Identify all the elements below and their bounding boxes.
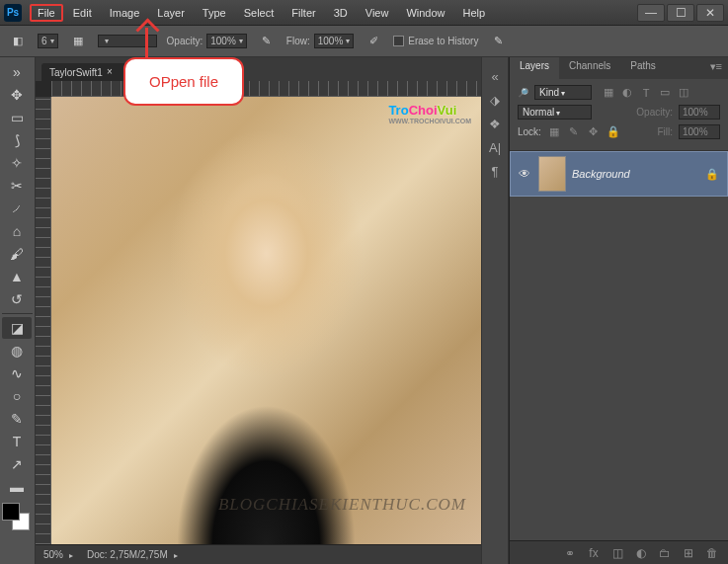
filter-shape-icon[interactable]: ▭ (658, 86, 672, 100)
visibility-eye-icon[interactable]: 👁 (519, 167, 532, 181)
dock-character-icon[interactable]: A| (484, 136, 506, 158)
fill-label: Fill: (657, 126, 673, 137)
new-layer-icon[interactable]: ⊞ (681, 545, 696, 561)
zoom-level[interactable]: 50% (43, 549, 73, 560)
chevron-toggle-icon[interactable]: » (2, 61, 32, 83)
layer-mask-icon[interactable]: ◫ (609, 545, 625, 561)
dock-icon-2[interactable]: ❖ (484, 113, 506, 134)
lock-transparent-icon[interactable]: ▦ (547, 125, 561, 139)
tab-layers[interactable]: Layers (510, 57, 559, 79)
close-tab-icon[interactable]: × (107, 66, 119, 78)
brush-size-dropdown[interactable]: 6 (38, 34, 58, 48)
menu-type[interactable]: Type (195, 4, 234, 22)
path-tool-icon[interactable]: ↗ (2, 453, 32, 475)
gradient-tool-icon[interactable]: ◍ (2, 340, 32, 362)
menu-window[interactable]: Window (398, 4, 452, 22)
tools-panel: » ✥ ▭ ⟆ ✧ ✂ ⟋ ⌂ 🖌 ▲ ↺ ◪ ◍ ∿ ○ ✎ T ↗ ▬ (0, 57, 36, 564)
status-bar: 50% Doc: 2,75M/2,75M (36, 544, 481, 564)
layer-style-icon[interactable]: fx (586, 545, 602, 561)
layer-opacity-label: Opacity: (636, 107, 673, 118)
menu-image[interactable]: Image (102, 4, 148, 22)
menu-3d[interactable]: 3D (326, 4, 356, 22)
flow-field[interactable]: 100% (314, 34, 355, 48)
marquee-tool-icon[interactable]: ▭ (2, 107, 32, 128)
delete-layer-icon[interactable]: 🗑 (704, 545, 720, 561)
ruler-horizontal[interactable] (51, 81, 481, 97)
blend-mode-dropdown[interactable]: Normal (518, 105, 592, 120)
crop-tool-icon[interactable]: ✂ (2, 175, 32, 197)
canvas-body: TroChoiVui WWW.TROCHOIVUI.COM BLOGCHIASE… (36, 97, 481, 544)
chevron-collapse-icon[interactable]: « (484, 65, 506, 87)
app-logo: Ps (4, 4, 22, 22)
lock-all-icon[interactable]: 🔒 (607, 125, 620, 139)
menu-select[interactable]: Select (236, 4, 283, 22)
blur-tool-icon[interactable]: ∿ (2, 363, 32, 384)
layer-thumbnail[interactable] (538, 156, 566, 192)
annotation-callout: OPpen file (123, 57, 244, 106)
menu-file[interactable]: File (30, 4, 63, 22)
dock-paragraph-icon[interactable]: ¶ (484, 160, 506, 182)
brush-tool-icon[interactable]: 🖌 (2, 243, 32, 265)
watermark-top: TroChoiVui WWW.TROCHOIVUI.COM (388, 103, 471, 124)
menu-view[interactable]: View (358, 4, 397, 22)
filter-pixel-icon[interactable]: ▦ (602, 86, 615, 100)
main-area: » ✥ ▭ ⟆ ✧ ✂ ⟋ ⌂ 🖌 ▲ ↺ ◪ ◍ ∿ ○ ✎ T ↗ ▬ Ta… (0, 57, 728, 564)
canvas-area: TaylorSwift1 × TroChoiVui WWW.TROCHOIVUI… (36, 57, 481, 564)
document-tab[interactable]: TaylorSwift1 × (41, 63, 126, 81)
history-brush-tool-icon[interactable]: ↺ (2, 288, 32, 310)
filter-type-icon[interactable]: T (639, 86, 653, 100)
link-layers-icon[interactable]: ⚭ (562, 545, 578, 561)
filter-kind-dropdown[interactable]: Kind (534, 85, 592, 100)
panel-menu-icon[interactable]: ▾≡ (704, 57, 728, 79)
new-group-icon[interactable]: 🗀 (657, 545, 673, 561)
shape-tool-icon[interactable]: ▬ (2, 476, 32, 498)
tab-paths[interactable]: Paths (620, 57, 666, 79)
fill-field[interactable]: 100% (679, 124, 720, 139)
lock-pixels-icon[interactable]: ✎ (567, 125, 581, 139)
tablet-opacity-icon[interactable]: ✎ (257, 32, 277, 51)
foreground-color-swatch[interactable] (2, 503, 20, 521)
opacity-field[interactable]: 100% (206, 34, 247, 48)
tool-preset-icon[interactable]: ◧ (8, 32, 28, 51)
filter-adjustment-icon[interactable]: ◐ (620, 86, 634, 100)
move-tool-icon[interactable]: ✥ (2, 84, 32, 106)
pen-tool-icon[interactable]: ✎ (2, 408, 32, 430)
layer-row[interactable]: 👁 Background 🔒 (510, 151, 728, 197)
lasso-tool-icon[interactable]: ⟆ (2, 129, 32, 151)
adjustment-layer-icon[interactable]: ◐ (633, 545, 649, 561)
lock-label: Lock: (518, 126, 541, 137)
heal-tool-icon[interactable]: ⌂ (2, 220, 32, 242)
type-tool-icon[interactable]: T (2, 431, 32, 452)
eyedropper-tool-icon[interactable]: ⟋ (2, 198, 32, 219)
close-button[interactable]: ✕ (696, 4, 724, 22)
brush-panel-toggle-icon[interactable]: ▦ (68, 32, 88, 51)
eraser-tool-icon[interactable]: ◪ (2, 317, 32, 339)
filter-smart-icon[interactable]: ◫ (677, 86, 690, 100)
document-tab-title: TaylorSwift1 (49, 67, 103, 78)
lock-position-icon[interactable]: ✥ (587, 125, 601, 139)
color-swatches[interactable] (2, 503, 30, 530)
layer-name[interactable]: Background (572, 168, 699, 180)
ruler-vertical[interactable] (36, 97, 51, 544)
window-controls: — ☐ ✕ (637, 4, 724, 22)
maximize-button[interactable]: ☐ (667, 4, 694, 22)
minimize-button[interactable]: — (637, 4, 665, 22)
menu-filter[interactable]: Filter (283, 4, 323, 22)
stamp-tool-icon[interactable]: ▲ (2, 266, 32, 287)
erase-history-checkbox[interactable] (393, 36, 404, 46)
canvas-viewport[interactable]: TroChoiVui WWW.TROCHOIVUI.COM BLOGCHIASE… (51, 97, 481, 544)
menu-layer[interactable]: Layer (149, 4, 193, 22)
wand-tool-icon[interactable]: ✧ (2, 152, 32, 174)
menu-help[interactable]: Help (455, 4, 494, 22)
doc-size-info[interactable]: Doc: 2,75M/2,75M (87, 549, 178, 560)
layer-filter-section: 🔎 Kind ▦ ◐ T ▭ ◫ Normal Opacity: 100% Lo… (510, 79, 728, 151)
document-image[interactable]: TroChoiVui WWW.TROCHOIVUI.COM BLOGCHIASE… (51, 97, 481, 544)
tablet-size-icon[interactable]: ✎ (488, 32, 508, 51)
dock-icon-1[interactable]: ⬗ (484, 89, 506, 111)
dodge-tool-icon[interactable]: ○ (2, 385, 32, 407)
airbrush-icon[interactable]: ✐ (364, 32, 383, 51)
layer-opacity-field[interactable]: 100% (679, 105, 720, 120)
menu-edit[interactable]: Edit (65, 4, 100, 22)
right-panel: Layers Channels Paths ▾≡ 🔎 Kind ▦ ◐ T ▭ … (509, 57, 728, 564)
tab-channels[interactable]: Channels (559, 57, 620, 79)
